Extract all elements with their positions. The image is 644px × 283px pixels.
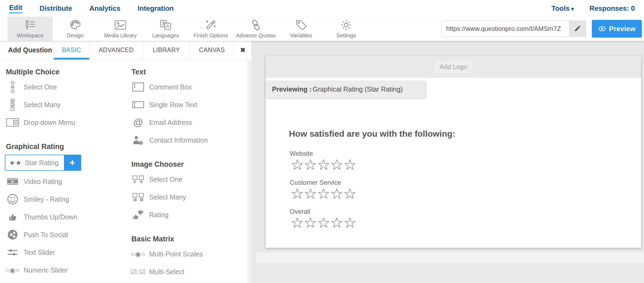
star-icon[interactable]: [305, 159, 316, 170]
row-label: Customer Service: [290, 179, 355, 186]
tab-basic[interactable]: BASIC: [53, 41, 89, 59]
tab-library[interactable]: LIBRARY: [143, 41, 189, 59]
nav-integration[interactable]: Integration: [138, 4, 174, 13]
survey-url-input[interactable]: [442, 21, 569, 37]
toolbar-advance-quotas[interactable]: Advance Quotas: [233, 17, 278, 41]
toolbar-label: Media Library: [104, 32, 137, 39]
qtype-image-select-one[interactable]: Select One: [131, 172, 247, 186]
star-icon[interactable]: [318, 188, 329, 199]
toolbar-settings[interactable]: Settings: [324, 17, 369, 41]
panel-scrollbar[interactable]: [247, 60, 251, 283]
qtype-email-address[interactable]: @ Email Address: [131, 115, 247, 129]
tools-label: Tools: [551, 4, 569, 12]
nav-edit[interactable]: Edit: [9, 3, 22, 13]
qtype-numeric-slider[interactable]: ○◉○ Numeric Slider: [6, 263, 125, 277]
responses-link[interactable]: Responses: 0: [589, 4, 635, 13]
qtype-select-many[interactable]: Select Many: [6, 98, 125, 112]
qtype-comment-box[interactable]: Comment Box: [131, 80, 247, 94]
section-basic-matrix: Basic Matrix: [131, 235, 247, 243]
image-radio-icon: [131, 175, 145, 183]
toolbar-label: Languages: [152, 32, 179, 39]
dropdown-icon: [6, 118, 19, 127]
tab-advanced[interactable]: ADVANCED: [89, 41, 143, 59]
qtype-select-one[interactable]: Select One: [6, 80, 125, 94]
add-logo-button[interactable]: Add Logo: [433, 60, 473, 74]
previewing-value: Graphical Rating (Star Rating): [313, 85, 403, 93]
toolbar-languages[interactable]: A Languages: [143, 17, 188, 41]
textarea-icon: [131, 82, 145, 92]
qtype-single-row-text[interactable]: Single Row Text: [131, 98, 247, 112]
star-icon[interactable]: [345, 159, 355, 170]
star-icon[interactable]: [318, 217, 329, 228]
qtype-contact-information[interactable]: i Contact Information: [131, 133, 247, 147]
edit-url-button[interactable]: [569, 21, 586, 37]
workspace-icon: [24, 19, 36, 31]
qtype-label: Select Many: [24, 101, 61, 109]
nav-analytics[interactable]: Analytics: [89, 4, 120, 13]
star-icon[interactable]: [331, 159, 342, 170]
qtype-dropdown-menu[interactable]: Drop-down Menu: [6, 115, 125, 129]
preview-button[interactable]: Preview: [592, 20, 642, 38]
section-multiple-choice: Multiple Choice: [6, 68, 125, 76]
section-graphical-rating: Graphical Rating: [6, 142, 125, 151]
qtype-label: Push To Social: [24, 231, 68, 239]
qtype-label: Select One: [149, 176, 183, 183]
toolbar-design[interactable]: Design: [53, 17, 98, 41]
survey-url-box: [442, 21, 586, 37]
qtype-label: Multi-Point Scales: [149, 250, 203, 258]
qtype-label: Comment Box: [149, 83, 192, 91]
add-star-rating-button[interactable]: +: [64, 155, 81, 170]
qtype-multi-point-scales[interactable]: ○◉○ Multi-Point Scales: [131, 247, 247, 261]
toolbar-media-library[interactable]: Media Library: [98, 17, 143, 41]
qtype-label: Numeric Slider: [24, 266, 68, 274]
row-label: Website: [290, 150, 355, 157]
qtype-star-rating-selected[interactable]: ★★ Star Rating +: [5, 155, 81, 171]
star-icon[interactable]: [331, 188, 342, 199]
toolbar-label: Design: [67, 32, 84, 39]
qtype-label: Single Row Text: [149, 101, 197, 109]
star-icon[interactable]: [305, 217, 316, 228]
toolbar-label: Settings: [337, 32, 356, 39]
qtype-label: Select One: [24, 83, 57, 91]
qtype-image-select-many[interactable]: Select Many: [131, 190, 247, 204]
star-rating-input: [290, 188, 355, 199]
star-icon[interactable]: [305, 188, 316, 199]
star-icon[interactable]: [331, 217, 342, 228]
toolbar-finish-options[interactable]: Finish Options: [188, 17, 233, 41]
qtype-video-rating[interactable]: Video Rating: [6, 175, 125, 188]
qtype-label: Email Address: [149, 119, 192, 126]
preview-label: Preview: [609, 25, 635, 33]
star-icon[interactable]: [292, 188, 303, 199]
question-type-panel: Multiple Choice Select One Select Many: [0, 60, 251, 283]
qtype-label: Smiley - Rating: [24, 195, 69, 203]
qtype-smiley-rating[interactable]: Smiley - Rating: [6, 192, 125, 206]
qtype-text-slider[interactable]: Text Slider: [6, 245, 125, 259]
top-navigation: Edit Distribute Analytics Integration To…: [0, 0, 644, 17]
close-panel-button[interactable]: ✖: [234, 41, 251, 59]
qtype-image-rating[interactable]: Rating: [131, 208, 247, 222]
tools-menu[interactable]: Tools▾: [551, 4, 574, 13]
toolbar-label: Advance Quotas: [236, 32, 276, 39]
toolbar-variables[interactable]: Variables: [278, 17, 324, 41]
qtype-label: Multi-Select: [149, 268, 184, 276]
qtype-thumbs-up-down[interactable]: Thumbs Up/Down: [6, 210, 125, 224]
star-icon[interactable]: [318, 159, 329, 170]
qtype-label: Contact Information: [149, 136, 208, 144]
editor-toolbar: Workspace Design Media Library A Languag…: [0, 17, 644, 41]
star-icon[interactable]: [345, 188, 355, 199]
qtype-push-to-social[interactable]: Push To Social: [6, 228, 125, 242]
nav-distribute[interactable]: Distribute: [40, 4, 72, 13]
toolbar-workspace[interactable]: Workspace: [8, 17, 53, 41]
qtype-multi-select[interactable]: ☑□☑ Multi-Select: [131, 265, 247, 279]
next-section-area: [256, 263, 644, 283]
translate-icon: A: [160, 19, 171, 31]
tab-canvas[interactable]: CANVAS: [189, 41, 234, 59]
radio-list-icon: [6, 81, 19, 93]
magic-wand-icon: [205, 19, 217, 31]
qtype-label: Rating: [149, 211, 169, 219]
pencil-icon: [574, 25, 581, 32]
star-icon[interactable]: [292, 159, 303, 170]
star-icon[interactable]: [345, 217, 355, 228]
star-icon[interactable]: [292, 217, 303, 228]
eye-icon: [598, 26, 606, 31]
